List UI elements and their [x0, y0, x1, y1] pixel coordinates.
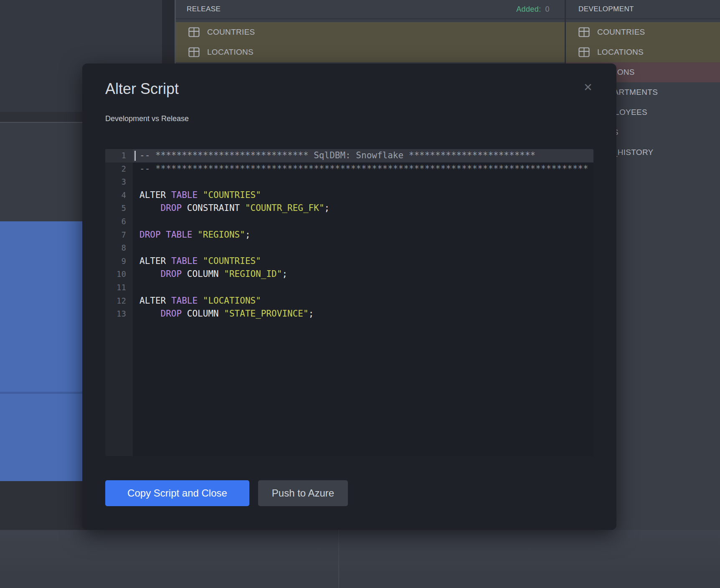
code-text: DROP COLUMN "REGION_ID"; [133, 268, 593, 281]
code-line: 11 [105, 281, 593, 294]
table-list-item[interactable]: COUNTRIES [176, 22, 565, 42]
code-line: 10 DROP COLUMN "REGION_ID"; [105, 268, 593, 281]
line-number: 10 [105, 268, 133, 281]
added-label: Added: [516, 5, 541, 14]
line-number: 12 [105, 294, 133, 308]
code-text [133, 215, 593, 228]
code-line: 4ALTER TABLE "COUNTRIES" [105, 189, 593, 202]
release-table-list: COUNTRIESLOCATIONS [176, 22, 565, 62]
line-number: 5 [105, 202, 133, 215]
alter-script-modal: Alter Script ✕ Development vs Release 1-… [82, 63, 616, 530]
code-text [133, 281, 593, 294]
canvas-table-shape-1[interactable] [0, 221, 82, 392]
code-text [133, 241, 593, 255]
code-line: 3 [105, 175, 593, 189]
table-item-label: COUNTRIES [207, 28, 255, 37]
table-item-label: LOCATIONS [597, 48, 644, 57]
added-badge: Added: 0 [516, 5, 550, 14]
code-line: 2-- ************************************… [105, 162, 593, 176]
app-root: RELEASE Added: 0 COUNTRIESLOCATIONS DEVE… [0, 0, 720, 588]
code-text: DROP COLUMN "STATE_PROVINCE"; [133, 307, 593, 321]
table-item-label: COUNTRIES [597, 28, 645, 37]
code-line: 1-- ***************************** SqlDBM… [105, 149, 593, 162]
table-icon [188, 47, 200, 57]
bottom-strip-divider [338, 530, 339, 588]
table-item-label: LOCATIONS [207, 48, 254, 57]
table-icon [578, 47, 590, 57]
code-editor[interactable]: 1-- ***************************** SqlDBM… [105, 149, 593, 456]
code-line: 13 DROP COLUMN "STATE_PROVINCE"; [105, 307, 593, 321]
added-count: 0 [545, 5, 550, 14]
line-number: 9 [105, 255, 133, 268]
line-number: 8 [105, 241, 133, 255]
development-panel-header: DEVELOPMENT [566, 0, 720, 19]
modal-title: Alter Script [105, 80, 179, 98]
close-icon[interactable]: ✕ [582, 81, 594, 94]
code-text: DROP TABLE "REGIONS"; [133, 228, 593, 242]
table-list-item[interactable]: LOCATIONS [566, 42, 720, 62]
panel-title: DEVELOPMENT [578, 5, 634, 13]
canvas-table-shape-2[interactable] [0, 394, 82, 481]
release-panel-header: RELEASE Added: 0 [176, 0, 565, 19]
code-text: DROP CONSTRAINT "COUNTR_REG_FK"; [133, 202, 593, 215]
copy-script-button[interactable]: Copy Script and Close [105, 480, 249, 506]
table-icon [188, 27, 200, 37]
code-line: 9ALTER TABLE "COUNTRIES" [105, 255, 593, 268]
line-number: 6 [105, 215, 133, 228]
line-number: 13 [105, 307, 133, 321]
table-icon [578, 27, 590, 37]
code-line: 8 [105, 241, 593, 255]
panel-title: RELEASE [187, 5, 221, 13]
bottom-canvas-strip [0, 530, 720, 588]
line-number: 2 [105, 162, 133, 176]
line-number: 1 [105, 149, 133, 162]
code-line: 7DROP TABLE "REGIONS"; [105, 228, 593, 242]
table-list-item[interactable]: COUNTRIES [566, 22, 720, 42]
line-number: 4 [105, 189, 133, 202]
table-list-item[interactable]: LOCATIONS [176, 42, 565, 62]
line-number: 11 [105, 281, 133, 294]
code-text: -- ***************************** SqlDBM:… [133, 149, 593, 162]
line-number: 3 [105, 175, 133, 189]
code-text: ALTER TABLE "COUNTRIES" [133, 255, 593, 268]
code-text: -- *************************************… [133, 162, 593, 176]
line-number: 7 [105, 228, 133, 242]
code-text [133, 175, 593, 189]
code-line: 5 DROP CONSTRAINT "COUNTR_REG_FK"; [105, 202, 593, 215]
modal-subtitle: Development vs Release [105, 114, 189, 123]
code-text: ALTER TABLE "COUNTRIES" [133, 189, 593, 202]
code-line: 6 [105, 215, 593, 228]
code-text: ALTER TABLE "LOCATIONS" [133, 294, 593, 308]
code-line: 12ALTER TABLE "LOCATIONS" [105, 294, 593, 308]
push-to-azure-button[interactable]: Push to Azure [258, 480, 348, 506]
